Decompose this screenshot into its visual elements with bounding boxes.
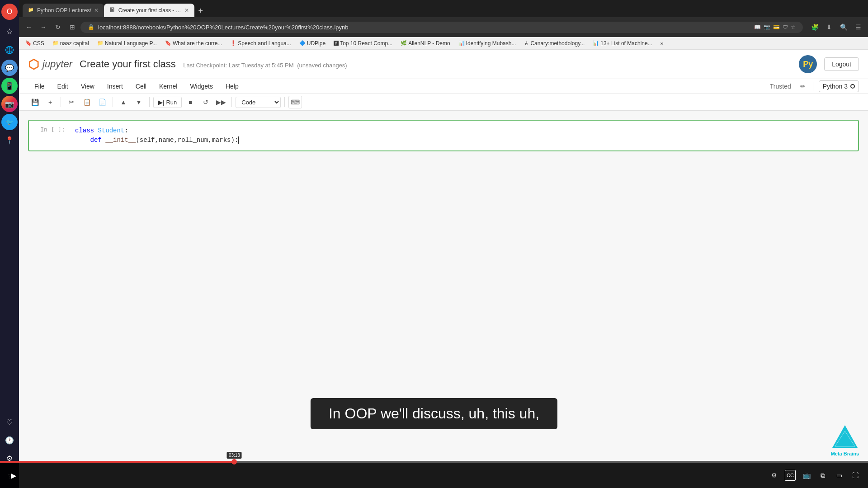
bookmarks-more[interactable]: » <box>658 39 666 47</box>
theater-icon[interactable]: ▭ <box>834 470 844 481</box>
screenshot-icon[interactable]: 📷 <box>764 24 770 30</box>
code-cell-1[interactable]: In [ ]: class Student: def __init__(self… <box>28 120 859 151</box>
grid-icon[interactable]: ⊞ <box>66 21 79 33</box>
bookmark-canary-icon: 🕯 <box>524 41 529 46</box>
bookmark-star-icon[interactable]: ☆ <box>791 24 796 30</box>
jupyter-title-area: Create your first class Last Checkpoint:… <box>80 58 792 70</box>
kernel-circle-icon <box>850 84 855 89</box>
keyboard-shortcuts-button[interactable]: ⌨ <box>288 96 302 108</box>
kernel-name: Python 3 <box>823 83 848 90</box>
toolbar-divider-1 <box>61 97 61 107</box>
play-pause-button[interactable]: ▶ <box>7 469 20 482</box>
progress-filled <box>0 461 234 463</box>
tab-2[interactable]: 📓 Create your first class - Jup... ✕ <box>104 4 194 17</box>
move-up-button[interactable]: ▲ <box>117 96 130 108</box>
settings-icon[interactable]: ⚙ <box>769 470 779 481</box>
progress-bar[interactable]: 03:13 <box>0 461 868 463</box>
logout-button[interactable]: Logout <box>824 57 859 71</box>
sidebar-heart-icon[interactable]: ♡ <box>1 414 18 430</box>
bookmark-list[interactable]: 📊 13+ List of Machine... <box>590 39 655 47</box>
menu-icon[interactable]: ☰ <box>852 21 864 33</box>
address-bar[interactable]: 🔒 localhost:8888/notebooks/Python%20OOP%… <box>80 22 803 33</box>
code-line-1: class Student: <box>75 126 853 136</box>
bookmark-identifying[interactable]: 📊 Identifying Mubash... <box>456 39 519 47</box>
bookmark-udpipe[interactable]: 🔷 UDPipe <box>297 39 328 47</box>
opera-icon[interactable]: O <box>1 4 18 20</box>
bookmark-canary[interactable]: 🕯 Canary:methodology... <box>521 39 587 47</box>
jupyter-brand: jupyter <box>42 58 72 70</box>
bookmark-allennlp-icon: 🌿 <box>401 40 407 46</box>
bookmark-currency[interactable]: 🔖 What are the curre... <box>162 39 225 47</box>
progress-timestamp: 03:13 <box>227 452 242 459</box>
menu-widgets[interactable]: Widgets <box>184 79 219 94</box>
move-down-button[interactable]: ▼ <box>132 96 146 108</box>
save-button[interactable]: 💾 <box>28 96 42 108</box>
opera-sidebar: O ☆ 🌐 💬 📱 📷 🐦 📍 ♡ 🕐 ⚙ ? <box>0 0 19 488</box>
reader-icon[interactable]: 📖 <box>754 24 761 30</box>
bookmark-currency-icon: 🔖 <box>165 40 171 46</box>
jupyter-toolbar: 💾 + ✂ 📋 📄 ▲ ▼ ▶| Run ■ ↺ ▶▶ Code Markdow… <box>19 94 868 111</box>
menu-file[interactable]: File <box>28 79 51 94</box>
bookmark-udpipe-label: UDPipe <box>307 40 326 47</box>
bookmark-speech[interactable]: ❗ Speech and Langua... <box>227 39 293 47</box>
menu-insert[interactable]: Insert <box>101 79 129 94</box>
cut-button[interactable]: ✂ <box>65 96 78 108</box>
new-tab-button[interactable]: + <box>194 5 207 17</box>
run-button[interactable]: ▶| Run <box>153 97 182 108</box>
paste-button[interactable]: 📄 <box>95 96 109 108</box>
sidebar-clock-icon[interactable]: 🕐 <box>1 432 18 448</box>
restart-run-button[interactable]: ▶▶ <box>214 96 228 108</box>
extensions-icon[interactable]: 🧩 <box>808 21 821 33</box>
sidebar-whatsapp-icon[interactable]: 📱 <box>1 78 18 94</box>
cursor <box>238 136 239 144</box>
menu-kernel[interactable]: Kernel <box>153 79 184 94</box>
tab-bar: 📁 Python OOP Lectures/ ✕ 📓 Create your f… <box>19 0 868 17</box>
menu-help[interactable]: Help <box>219 79 245 94</box>
shield-icon[interactable]: 🛡 <box>783 24 788 30</box>
cell-type-select[interactable]: Code Markdown Raw NBConvert <box>236 97 281 108</box>
cc-icon[interactable]: CC <box>785 470 796 481</box>
sidebar-maps-icon[interactable]: 📍 <box>1 132 18 148</box>
fullscreen-icon[interactable]: ⛶ <box>850 470 861 481</box>
back-button[interactable]: ← <box>23 21 35 33</box>
menu-cell[interactable]: Cell <box>129 79 153 94</box>
menu-edit[interactable]: Edit <box>51 79 75 94</box>
bookmark-react[interactable]: 🅰 Top 10 React Comp... <box>331 39 395 47</box>
sidebar-twitter-icon[interactable]: 🐦 <box>1 114 18 130</box>
edit-pencil-icon[interactable]: ✏ <box>798 81 807 92</box>
tab1-close-icon[interactable]: ✕ <box>94 7 99 14</box>
sidebar-chat-icon[interactable]: 💬 <box>1 60 18 76</box>
trusted-badge[interactable]: Trusted <box>766 81 795 92</box>
bookmark-nlp[interactable]: 📁 Natural Language P... <box>94 39 160 47</box>
class-name: Student <box>98 127 124 134</box>
download-icon[interactable]: ⬇ <box>823 21 835 33</box>
sidebar-star-icon[interactable]: ☆ <box>1 23 18 40</box>
add-cell-button[interactable]: + <box>43 96 57 108</box>
tab-1[interactable]: 📁 Python OOP Lectures/ ✕ <box>23 4 104 17</box>
menu-view[interactable]: View <box>75 79 101 94</box>
reload-button[interactable]: ↻ <box>52 21 64 33</box>
keyword-class: class <box>75 127 98 134</box>
bookmark-allennlp[interactable]: 🌿 AllenNLP - Demo <box>398 39 453 47</box>
bookmark-css[interactable]: 🔖 CSS <box>23 39 47 47</box>
sidebar-globe-icon[interactable]: 🌐 <box>1 42 18 58</box>
airplay-icon[interactable]: 📺 <box>801 470 812 481</box>
wallet-icon[interactable]: 💳 <box>773 24 780 30</box>
bookmark-speech-icon: ❗ <box>230 40 236 46</box>
keyword-def: def <box>90 136 106 144</box>
run-label: Run <box>166 99 177 106</box>
menu-right: Trusted ✏ Python 3 <box>766 80 859 92</box>
tab2-close-icon[interactable]: ✕ <box>184 7 189 14</box>
sidebar-camera-icon[interactable]: 📷 <box>1 96 18 112</box>
interrupt-button[interactable]: ■ <box>184 96 197 108</box>
forward-button[interactable]: → <box>37 21 50 33</box>
miniplayer-icon[interactable]: ⧉ <box>817 470 828 481</box>
browser-action-icons: 🧩 ⬇ 🔍 ☰ <box>808 21 864 33</box>
search-icon[interactable]: 🔍 <box>837 21 850 33</box>
bookmark-naaz[interactable]: 📁 naaz capital <box>50 39 92 47</box>
copy-button[interactable]: 📋 <box>80 96 94 108</box>
controls-row: ▶ ⚙ CC 📺 ⧉ ▭ ⛶ <box>0 463 868 488</box>
toolbar-divider-5 <box>284 97 285 107</box>
cell-input[interactable]: class Student: def __init__(self,name,ro… <box>70 121 858 150</box>
restart-button[interactable]: ↺ <box>199 96 212 108</box>
